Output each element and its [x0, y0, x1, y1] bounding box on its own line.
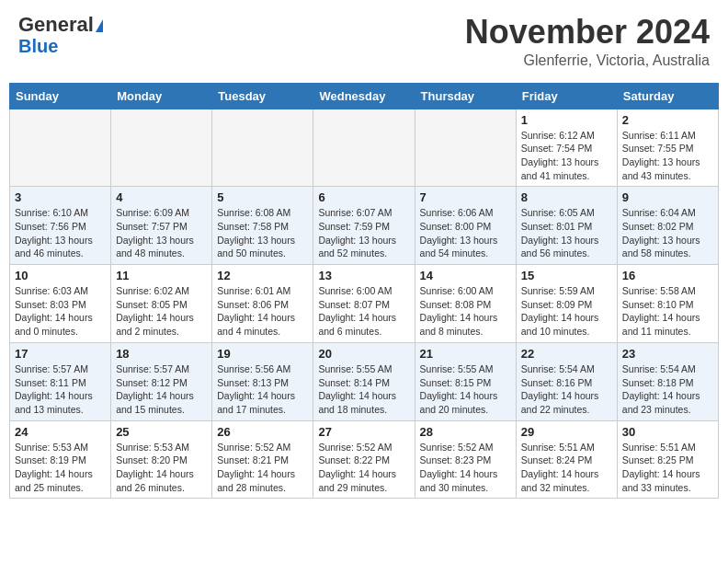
- day-info: Sunrise: 5:59 AM Sunset: 8:09 PM Dayligh…: [521, 284, 612, 339]
- location-subtitle: Glenferrie, Victoria, Australia: [465, 52, 710, 69]
- day-info: Sunrise: 6:05 AM Sunset: 8:01 PM Dayligh…: [521, 206, 612, 260]
- weekday-header-sunday: Sunday: [10, 83, 111, 109]
- day-number: 13: [318, 269, 409, 282]
- calendar-day-6: 6Sunrise: 6:07 AM Sunset: 7:59 PM Daylig…: [313, 187, 415, 265]
- weekday-header-monday: Monday: [111, 83, 212, 109]
- weekday-header-friday: Friday: [516, 83, 617, 109]
- day-info: Sunrise: 6:00 AM Sunset: 8:08 PM Dayligh…: [420, 284, 511, 339]
- day-info: Sunrise: 6:01 AM Sunset: 8:06 PM Dayligh…: [217, 284, 308, 339]
- day-number: 5: [217, 190, 308, 204]
- day-number: 4: [116, 190, 207, 204]
- day-info: Sunrise: 6:10 AM Sunset: 7:56 PM Dayligh…: [15, 206, 106, 260]
- day-info: Sunrise: 5:52 AM Sunset: 8:23 PM Dayligh…: [420, 441, 511, 495]
- day-number: 10: [15, 269, 106, 282]
- calendar-day-25: 25Sunrise: 5:53 AM Sunset: 8:20 PM Dayli…: [111, 420, 212, 499]
- day-number: 12: [217, 269, 308, 282]
- day-number: 23: [622, 347, 713, 361]
- calendar-day-29: 29Sunrise: 5:51 AM Sunset: 8:24 PM Dayli…: [516, 420, 617, 499]
- weekday-header-tuesday: Tuesday: [212, 83, 313, 109]
- logo-blue-text: Blue: [18, 36, 58, 56]
- calendar-day-14: 14Sunrise: 6:00 AM Sunset: 8:08 PM Dayli…: [415, 265, 516, 343]
- calendar-day-empty: [10, 109, 111, 187]
- day-info: Sunrise: 5:58 AM Sunset: 8:10 PM Dayligh…: [622, 284, 713, 339]
- day-info: Sunrise: 6:06 AM Sunset: 8:00 PM Dayligh…: [420, 206, 511, 260]
- day-info: Sunrise: 5:55 AM Sunset: 8:15 PM Dayligh…: [420, 362, 511, 417]
- day-number: 29: [521, 425, 612, 439]
- title-area: November 2024 Glenferrie, Victoria, Aust…: [465, 14, 710, 69]
- day-number: 9: [622, 190, 713, 204]
- day-info: Sunrise: 6:09 AM Sunset: 7:57 PM Dayligh…: [116, 206, 207, 260]
- day-number: 19: [217, 347, 308, 361]
- day-info: Sunrise: 6:03 AM Sunset: 8:03 PM Dayligh…: [15, 284, 106, 339]
- calendar-week-row: 24Sunrise: 5:53 AM Sunset: 8:19 PM Dayli…: [10, 420, 719, 499]
- calendar-day-7: 7Sunrise: 6:06 AM Sunset: 8:00 PM Daylig…: [415, 187, 516, 265]
- day-number: 22: [521, 347, 612, 361]
- calendar-day-1: 1Sunrise: 6:12 AM Sunset: 7:54 PM Daylig…: [516, 109, 617, 187]
- weekday-header-wednesday: Wednesday: [313, 83, 415, 109]
- day-number: 21: [420, 347, 511, 361]
- calendar-day-17: 17Sunrise: 5:57 AM Sunset: 8:11 PM Dayli…: [10, 342, 111, 420]
- day-number: 8: [521, 190, 612, 204]
- calendar-day-27: 27Sunrise: 5:52 AM Sunset: 8:22 PM Dayli…: [313, 420, 415, 499]
- day-number: 11: [116, 269, 207, 282]
- calendar-day-20: 20Sunrise: 5:55 AM Sunset: 8:14 PM Dayli…: [313, 342, 415, 420]
- calendar-day-21: 21Sunrise: 5:55 AM Sunset: 8:15 PM Dayli…: [415, 342, 516, 420]
- month-title: November 2024: [465, 14, 710, 51]
- day-info: Sunrise: 6:04 AM Sunset: 8:02 PM Dayligh…: [622, 206, 713, 260]
- calendar-day-4: 4Sunrise: 6:09 AM Sunset: 7:57 PM Daylig…: [111, 187, 212, 265]
- calendar-week-row: 1Sunrise: 6:12 AM Sunset: 7:54 PM Daylig…: [10, 109, 719, 187]
- calendar-day-empty: [415, 109, 516, 187]
- day-number: 16: [622, 269, 713, 282]
- calendar-day-3: 3Sunrise: 6:10 AM Sunset: 7:56 PM Daylig…: [10, 187, 111, 265]
- calendar-day-16: 16Sunrise: 5:58 AM Sunset: 8:10 PM Dayli…: [617, 265, 718, 343]
- calendar-day-10: 10Sunrise: 6:03 AM Sunset: 8:03 PM Dayli…: [10, 265, 111, 343]
- calendar-day-5: 5Sunrise: 6:08 AM Sunset: 7:58 PM Daylig…: [212, 187, 313, 265]
- day-info: Sunrise: 5:57 AM Sunset: 8:11 PM Dayligh…: [15, 362, 106, 417]
- weekday-header-saturday: Saturday: [617, 83, 718, 109]
- day-info: Sunrise: 5:53 AM Sunset: 8:20 PM Dayligh…: [116, 441, 207, 495]
- calendar-week-row: 10Sunrise: 6:03 AM Sunset: 8:03 PM Dayli…: [10, 265, 719, 343]
- calendar-day-8: 8Sunrise: 6:05 AM Sunset: 8:01 PM Daylig…: [516, 187, 617, 265]
- day-number: 7: [420, 190, 511, 204]
- day-number: 28: [420, 425, 511, 439]
- calendar-day-12: 12Sunrise: 6:01 AM Sunset: 8:06 PM Dayli…: [212, 265, 313, 343]
- calendar-day-30: 30Sunrise: 5:51 AM Sunset: 8:25 PM Dayli…: [617, 420, 718, 499]
- calendar-day-28: 28Sunrise: 5:52 AM Sunset: 8:23 PM Dayli…: [415, 420, 516, 499]
- calendar-day-empty: [313, 109, 415, 187]
- logo: General Blue: [18, 14, 103, 56]
- calendar-header-row: SundayMondayTuesdayWednesdayThursdayFrid…: [10, 83, 719, 109]
- logo-text: General: [18, 14, 103, 36]
- calendar-day-2: 2Sunrise: 6:11 AM Sunset: 7:55 PM Daylig…: [617, 109, 718, 187]
- weekday-header-thursday: Thursday: [415, 83, 516, 109]
- calendar-day-11: 11Sunrise: 6:02 AM Sunset: 8:05 PM Dayli…: [111, 265, 212, 343]
- day-number: 27: [318, 425, 409, 439]
- day-info: Sunrise: 6:00 AM Sunset: 8:07 PM Dayligh…: [318, 284, 409, 339]
- day-number: 2: [622, 113, 713, 127]
- day-number: 14: [420, 269, 511, 282]
- day-info: Sunrise: 5:54 AM Sunset: 8:16 PM Dayligh…: [521, 362, 612, 417]
- day-number: 30: [622, 425, 713, 439]
- calendar-day-23: 23Sunrise: 5:54 AM Sunset: 8:18 PM Dayli…: [617, 342, 718, 420]
- day-info: Sunrise: 5:51 AM Sunset: 8:24 PM Dayligh…: [521, 441, 612, 495]
- calendar: SundayMondayTuesdayWednesdayThursdayFrid…: [9, 83, 719, 500]
- day-info: Sunrise: 5:51 AM Sunset: 8:25 PM Dayligh…: [622, 441, 713, 495]
- day-number: 20: [318, 347, 409, 361]
- calendar-day-22: 22Sunrise: 5:54 AM Sunset: 8:16 PM Dayli…: [516, 342, 617, 420]
- day-number: 18: [116, 347, 207, 361]
- logo-triangle-icon: [96, 19, 103, 32]
- calendar-day-13: 13Sunrise: 6:00 AM Sunset: 8:07 PM Dayli…: [313, 265, 415, 343]
- calendar-day-9: 9Sunrise: 6:04 AM Sunset: 8:02 PM Daylig…: [617, 187, 718, 265]
- calendar-day-24: 24Sunrise: 5:53 AM Sunset: 8:19 PM Dayli…: [10, 420, 111, 499]
- calendar-day-19: 19Sunrise: 5:56 AM Sunset: 8:13 PM Dayli…: [212, 342, 313, 420]
- day-number: 1: [521, 113, 612, 127]
- day-info: Sunrise: 5:52 AM Sunset: 8:21 PM Dayligh…: [217, 441, 308, 495]
- calendar-week-row: 17Sunrise: 5:57 AM Sunset: 8:11 PM Dayli…: [10, 342, 719, 420]
- day-info: Sunrise: 5:55 AM Sunset: 8:14 PM Dayligh…: [318, 362, 409, 417]
- day-number: 25: [116, 425, 207, 439]
- calendar-day-15: 15Sunrise: 5:59 AM Sunset: 8:09 PM Dayli…: [516, 265, 617, 343]
- calendar-day-empty: [111, 109, 212, 187]
- day-number: 17: [15, 347, 106, 361]
- day-number: 24: [15, 425, 106, 439]
- day-number: 3: [15, 190, 106, 204]
- calendar-day-18: 18Sunrise: 5:57 AM Sunset: 8:12 PM Dayli…: [111, 342, 212, 420]
